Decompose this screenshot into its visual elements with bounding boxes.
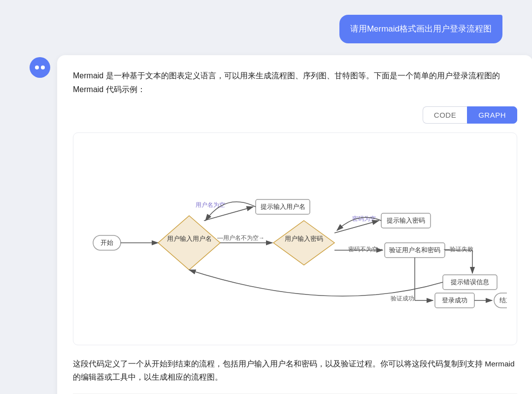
svg-text:提示错误信息: 提示错误信息: [451, 278, 489, 286]
svg-text:—用户名不为空→: —用户名不为空→: [217, 234, 265, 241]
svg-text:验证用户名和密码: 验证用户名和密码: [389, 246, 440, 254]
svg-text:用户输入用户名: 用户输入用户名: [167, 235, 212, 242]
user-message-row: 请用Mermaid格式画出用户登录流程图: [30, 15, 502, 43]
ai-bottom-text: 这段代码定义了一个从开始到结束的流程，包括用户输入用户名和密码，以及验证过程。你…: [73, 357, 517, 384]
svg-marker-4: [158, 216, 220, 270]
flowchart-area: 开始 用户输入用户名 用户名为空 提示输入用户名 —用户名不为空→: [73, 132, 517, 345]
svg-text:提示输入密码: 提示输入密码: [387, 217, 425, 224]
ai-avatar-dots: [35, 66, 45, 69]
svg-text:开始: 开始: [100, 239, 113, 246]
svg-text:密码不为空→: 密码不为空→: [348, 246, 384, 253]
user-bubble: 请用Mermaid格式画出用户登录流程图: [339, 15, 502, 43]
flowchart-svg: 开始 用户输入用户名 用户名为空 提示输入用户名 —用户名不为空→: [83, 148, 507, 330]
ai-card: Mermaid 是一种基于文本的图表定义语言，可以用来生成流程图、序列图、甘特图…: [57, 55, 532, 394]
svg-text:登录成功: 登录成功: [442, 296, 467, 304]
user-message-text: 请用Mermaid格式画出用户登录流程图: [350, 24, 492, 33]
svg-text:结束: 结束: [499, 296, 507, 304]
svg-text:验证成功: 验证成功: [391, 295, 414, 302]
svg-text:提示输入用户名: 提示输入用户名: [261, 203, 305, 210]
ai-message-row: Mermaid 是一种基于文本的图表定义语言，可以用来生成流程图、序列图、甘特图…: [30, 55, 502, 394]
ai-avatar-dot-1: [35, 66, 39, 69]
svg-text:—验证失败: —验证失败: [444, 246, 473, 253]
ai-avatar-dot-2: [41, 66, 45, 69]
ai-avatar: [30, 57, 50, 78]
svg-text:用户名为空: 用户名为空: [196, 201, 225, 208]
svg-text:用户输入密码: 用户输入密码: [285, 235, 323, 242]
tab-code[interactable]: CODE: [423, 106, 467, 124]
ai-intro-text: Mermaid 是一种基于文本的图表定义语言，可以用来生成流程图、序列图、甘特图…: [73, 69, 517, 97]
svg-marker-12: [273, 221, 334, 265]
tab-row: CODE GRAPH: [73, 106, 517, 124]
tab-graph[interactable]: GRAPH: [467, 106, 517, 124]
